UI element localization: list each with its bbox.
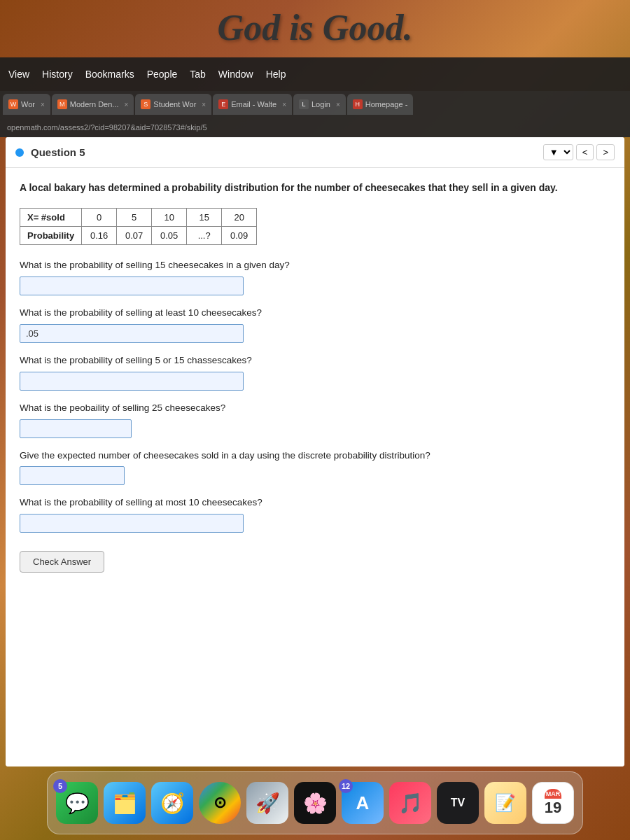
dock-item-appstore[interactable]: 12 A [342, 782, 384, 824]
tab-close-wor[interactable]: × [41, 101, 45, 108]
table-cell-prob-0: 0.16 [82, 227, 117, 245]
menubar: View History Bookmarks People Tab Window… [0, 57, 630, 91]
dock-item-finder[interactable]: 🗂️ [104, 782, 146, 824]
tab-icon-modern: M [57, 99, 67, 109]
appstore-icon: A [356, 792, 370, 814]
address-text[interactable]: openmath.com/assess2/?cid=98207&aid=7028… [7, 123, 207, 132]
tab-icon-homepage: H [353, 99, 363, 109]
dock-item-notes[interactable]: 📝 [484, 782, 526, 824]
dock: 5 💬 🗂️ 🧭 ⊙ 🚀 🌸 12 A 🎵 TV 📝 MAR 19 [47, 771, 583, 834]
tab-icon-login: L [299, 99, 309, 109]
calendar-day: 19 [545, 799, 561, 817]
menu-history[interactable]: History [42, 69, 73, 80]
sub-question-1: What is the probability of selling 15 ch… [20, 259, 610, 295]
answer-input-6[interactable] [20, 514, 244, 533]
prev-button[interactable]: < [576, 144, 594, 160]
dock-badge-appstore: 12 [339, 779, 353, 793]
address-bar: openmath.com/assess2/?cid=98207&aid=7028… [0, 118, 630, 137]
menu-bookmarks[interactable]: Bookmarks [85, 69, 134, 80]
question-dot [15, 148, 24, 157]
wallpaper-text: God is Good. [218, 7, 413, 48]
tab-label-wor: Wor [21, 100, 35, 108]
tab-student[interactable]: S Student Wor × [135, 94, 211, 115]
music-icon: 🎵 [398, 792, 423, 815]
sub-question-text-6: What is the probability of selling at mo… [20, 496, 610, 510]
table-cell-prob-5: 0.07 [117, 227, 152, 245]
sub-question-4: What is the peobaility of selling 25 che… [20, 402, 610, 438]
dock-item-photos[interactable]: 🌸 [294, 782, 336, 824]
menu-view[interactable]: View [8, 69, 29, 80]
calendar-month: MAR [545, 789, 561, 799]
question-container: Question 5 ▼ < > A local bakary has dete… [6, 137, 624, 766]
tab-close-login[interactable]: × [336, 101, 340, 108]
answer-input-4[interactable] [20, 419, 132, 438]
sub-question-text-1: What is the probability of selling 15 ch… [20, 259, 610, 272]
tab-login[interactable]: L Login × [293, 94, 346, 115]
dock-item-calendar[interactable]: MAR 19 [532, 782, 574, 824]
table-row-header: X= #sold 0 5 10 15 20 [20, 209, 257, 227]
dock-item-messages[interactable]: 5 💬 [56, 782, 98, 824]
dock-item-chrome[interactable]: ⊙ [199, 782, 241, 824]
sub-question-text-2: What is the probability of selling at le… [20, 307, 610, 320]
safari-icon: 🧭 [160, 792, 185, 815]
answer-input-2[interactable] [20, 324, 244, 343]
question-description: A local bakary has determined a probabil… [20, 181, 610, 195]
sub-question-2: What is the probability of selling at le… [20, 307, 610, 343]
table-cell-prob-10: 0.05 [152, 227, 187, 245]
dock-item-rocket[interactable]: 🚀 [246, 782, 288, 824]
menu-people[interactable]: People [147, 69, 178, 80]
question-title: Question 5 [31, 146, 536, 158]
sub-question-5: Give the expected number of cheesecakes … [20, 449, 610, 486]
sub-question-3: What is the probability of selling 5 or … [20, 354, 610, 391]
tab-label-modern: Modern Den... [70, 100, 119, 108]
rocket-icon: 🚀 [255, 792, 280, 815]
tab-icon-student: S [141, 99, 150, 109]
tab-wor[interactable]: W Wor × [3, 94, 50, 115]
tab-label-login: Login [312, 100, 330, 108]
question-nav: ▼ < > [543, 144, 615, 160]
dock-item-music[interactable]: 🎵 [389, 782, 431, 824]
answer-input-3[interactable] [20, 372, 244, 391]
table-cell-prob-label: Probability [20, 227, 82, 245]
probability-table: X= #sold 0 5 10 15 20 Probability 0.16 0… [20, 208, 257, 245]
check-answer-button[interactable]: Check Answer [20, 551, 104, 573]
menu-window[interactable]: Window [218, 69, 253, 80]
calendar-inner: MAR 19 [545, 789, 561, 817]
menu-help[interactable]: Help [266, 69, 286, 80]
dock-item-tv[interactable]: TV [437, 782, 479, 824]
tab-homepage[interactable]: H Homepage - [347, 94, 414, 115]
next-button[interactable]: > [596, 144, 615, 160]
browser-content: Question 5 ▼ < > A local bakary has dete… [6, 137, 624, 766]
finder-icon: 🗂️ [113, 792, 137, 815]
photos-icon: 🌸 [303, 792, 328, 815]
messages-icon: 💬 [65, 792, 90, 815]
tab-close-email[interactable]: × [282, 101, 286, 108]
table-cell-header-3: 10 [152, 209, 187, 227]
question-header: Question 5 ▼ < > [6, 137, 624, 168]
question-select[interactable]: ▼ [543, 144, 573, 160]
answer-input-1[interactable] [20, 276, 244, 295]
table-cell-prob-15: ...? [187, 227, 222, 245]
tab-modern[interactable]: M Modern Den... × [52, 94, 134, 115]
answer-input-5[interactable] [20, 466, 125, 485]
sub-question-text-4: What is the peobaility of selling 25 che… [20, 402, 610, 415]
table-cell-header-0: X= #sold [20, 209, 82, 227]
table-row-prob: Probability 0.16 0.07 0.05 ...? 0.09 [20, 227, 257, 245]
tab-close-modern[interactable]: × [125, 101, 129, 108]
tab-icon-wor: W [8, 99, 18, 109]
tab-email[interactable]: E Email - Walte × [213, 94, 292, 115]
sub-question-text-5: Give the expected number of cheesecakes … [20, 449, 610, 463]
dock-item-safari[interactable]: 🧭 [151, 782, 193, 824]
tab-label-student: Student Wor [153, 100, 196, 108]
tab-close-student[interactable]: × [202, 101, 206, 108]
tab-icon-email: E [218, 99, 228, 109]
tabs-bar: W Wor × M Modern Den... × S Student Wor … [0, 91, 630, 118]
dock-badge-messages: 5 [53, 779, 67, 793]
tab-label-homepage: Homepage - [365, 100, 408, 108]
notes-icon: 📝 [495, 793, 516, 813]
sub-question-6: What is the probability of selling at mo… [20, 496, 610, 533]
menu-tab[interactable]: Tab [190, 69, 206, 80]
table-cell-header-1: 0 [82, 209, 117, 227]
question-body: A local bakary has determined a probabil… [6, 168, 624, 585]
table-cell-prob-20: 0.09 [222, 227, 257, 245]
